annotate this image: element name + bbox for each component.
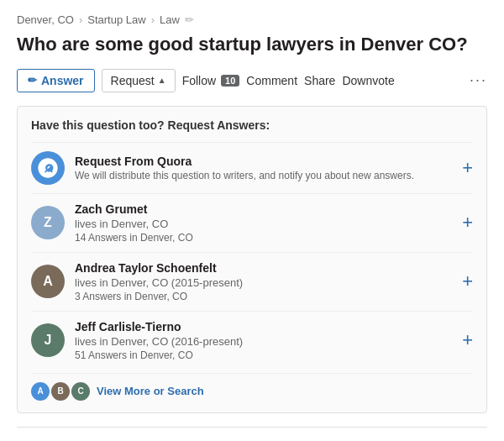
request-item-jeff: J Jeff Carlisle-Tierno lives in Denver, … — [31, 311, 473, 370]
pencil-icon: ✏ — [28, 74, 37, 87]
zach-item-name: Zach Grumet — [75, 202, 454, 216]
downvote-link[interactable]: Downvote — [342, 74, 394, 87]
breadcrumb-item-startup[interactable]: Startup Law — [87, 13, 145, 26]
request-button[interactable]: Request ▲ — [102, 69, 176, 92]
section-divider — [17, 427, 487, 428]
share-label: Share — [304, 74, 335, 87]
comment-link[interactable]: Comment — [246, 74, 297, 87]
comment-label: Comment — [246, 74, 297, 87]
page-container: Denver, CO › Startup Law › Law ✏ Who are… — [0, 0, 504, 441]
view-more-row: A B C View More or Search — [31, 373, 473, 401]
mini-avatar-2: B — [51, 382, 70, 401]
jeff-item-name: Jeff Carlisle-Tierno — [75, 320, 454, 333]
quora-item-name: Request From Quora — [75, 155, 454, 168]
more-options-icon[interactable]: ··· — [470, 71, 487, 89]
zach-add-button[interactable]: + — [462, 213, 473, 232]
jeff-add-button[interactable]: + — [462, 331, 473, 349]
zach-item-info: Zach Grumet lives in Denver, CO 14 Answe… — [75, 202, 454, 244]
view-more-avatars: A B C — [31, 382, 90, 401]
caret-icon: ▲ — [158, 76, 166, 85]
quora-logo-icon — [36, 156, 60, 180]
follow-count-badge: 10 — [221, 75, 239, 87]
andrea-item-detail: 3 Answers in Denver, CO — [75, 291, 454, 302]
andrea-item-name: Andrea Taylor Schoenfelt — [75, 261, 454, 275]
request-item-quora: Request From Quora We will distribute th… — [31, 142, 473, 193]
jeff-item-detail: 51 Answers in Denver, CO — [75, 349, 454, 361]
quora-item-info: Request From Quora We will distribute th… — [75, 155, 454, 181]
request-item-zach: Z Zach Grumet lives in Denver, CO 14 Ans… — [31, 193, 473, 252]
request-item-andrea: A Andrea Taylor Schoenfelt lives in Denv… — [31, 252, 473, 311]
jeff-item-sub: lives in Denver, CO (2016-present) — [75, 335, 454, 348]
breadcrumb-item-law[interactable]: Law — [160, 13, 180, 26]
question-title: Who are some good startup lawyers in Den… — [17, 33, 487, 57]
andrea-item-sub: lives in Denver, CO (2015-present) — [75, 276, 454, 289]
avatar-andrea: A — [31, 265, 65, 298]
request-answers-box: Have this question too? Request Answers:… — [17, 106, 487, 413]
edit-icon[interactable]: ✏ — [185, 13, 194, 26]
request-box-title: Have this question too? Request Answers: — [31, 118, 473, 132]
quora-item-desc: We will distribute this question to writ… — [75, 170, 454, 181]
zach-item-detail: 14 Answers in Denver, CO — [75, 232, 454, 244]
request-label: Request — [111, 74, 155, 87]
jeff-item-info: Jeff Carlisle-Tierno lives in Denver, CO… — [75, 320, 454, 361]
answer-label: Answer — [41, 74, 84, 87]
breadcrumb-sep-1: › — [79, 13, 82, 26]
mini-avatar-1: A — [31, 382, 50, 401]
avatar-jeff: J — [31, 323, 65, 357]
answer-button[interactable]: ✏ Answer — [17, 69, 95, 92]
action-bar: ✏ Answer Request ▲ Follow 10 Comment Sha… — [17, 69, 487, 92]
andrea-item-info: Andrea Taylor Schoenfelt lives in Denver… — [75, 261, 454, 302]
breadcrumb: Denver, CO › Startup Law › Law ✏ — [17, 13, 487, 26]
breadcrumb-item-denver[interactable]: Denver, CO — [17, 13, 74, 26]
mini-avatar-3: C — [71, 382, 90, 401]
breadcrumb-sep-2: › — [151, 13, 155, 26]
andrea-add-button[interactable]: + — [462, 272, 473, 291]
share-link[interactable]: Share — [304, 74, 335, 87]
quora-add-button[interactable]: + — [462, 159, 473, 177]
follow-link[interactable]: Follow 10 — [182, 74, 240, 87]
avatar-quora — [31, 151, 65, 185]
avatar-zach: Z — [31, 206, 65, 239]
downvote-label: Downvote — [342, 74, 394, 87]
zach-item-sub: lives in Denver, CO — [75, 218, 454, 230]
view-more-link[interactable]: View More or Search — [97, 385, 204, 397]
follow-label: Follow — [182, 74, 216, 87]
